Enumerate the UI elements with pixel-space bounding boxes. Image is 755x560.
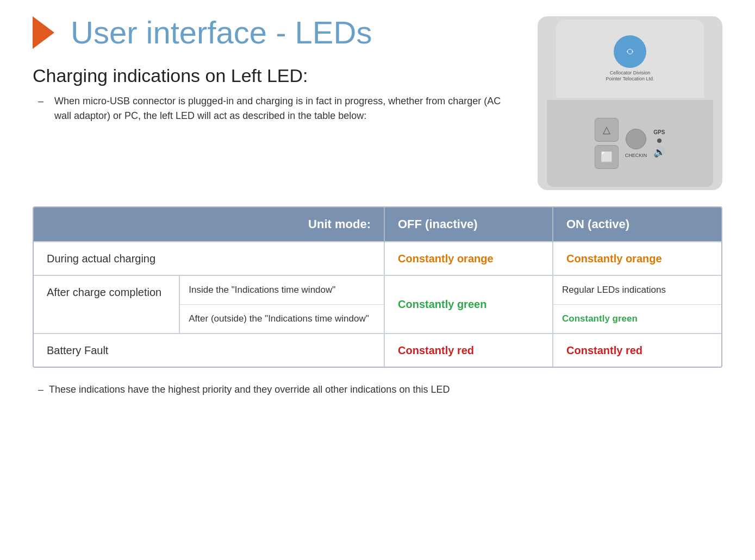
device-button-group-left: △ ⬜ [595,118,619,169]
device-checkin-label: CHECKIN [625,153,647,158]
after-on-sub2: Constantly green [553,305,721,333]
after-sub-row-2: After (outside) the "Indications time wi… [180,305,384,333]
fault-off-value: Constantly red [398,344,474,356]
device-bottom-section: △ ⬜ CHECKIN GPS 🔊 [547,100,713,187]
fault-on-value: Constantly red [566,344,642,356]
page-title: User interface - LEDs [71,17,372,48]
svg-marker-0 [33,16,54,49]
device-button-square: ⬜ [595,145,619,169]
header-off-inactive: OFF (inactive) [384,207,553,242]
device-button-group-center: CHECKIN [625,129,647,158]
cell-after-off: Constantly green [384,275,553,334]
bullet-list: When micro-USB connector is plugged-in a… [33,94,516,123]
table-wrapper: Unit mode: OFF (inactive) ON (active) Du… [33,206,722,368]
page-title-row: User interface - LEDs [33,16,516,49]
charging-on-value: Constantly orange [566,253,662,265]
header-unit-mode: Unit mode: [34,207,384,242]
chevron-icon [33,16,60,49]
header-section: User interface - LEDs Charging indicatio… [33,16,722,190]
device-logo-text: Cellocator Division Pointer Telocation L… [606,70,654,82]
row-during-charging: During actual charging Constantly orange… [34,242,721,275]
device-top-section: Cellocator Division Pointer Telocation L… [556,20,704,98]
footer-dash: – [38,384,43,395]
svg-point-2 [628,49,632,54]
after-sub-row-1: Inside the "Indications time window" [180,276,384,305]
device-button-triangle: △ [595,118,619,142]
footer-note-text: These indications have the highest prior… [49,384,450,395]
device-speaker-icon: 🔊 [653,146,665,158]
header-row: Unit mode: OFF (inactive) ON (active) [34,207,721,242]
logo-svg [619,41,641,62]
bullet-item-1: When micro-USB connector is plugged-in a… [38,94,516,123]
device-button-group-right: GPS 🔊 [653,129,665,158]
cell-fault-mode: Battery Fault [34,334,384,367]
row-battery-fault: Battery Fault Constantly red Constantly … [34,334,721,367]
cell-fault-off: Constantly red [384,334,553,367]
after-sub-inner: Inside the "Indications time window" Aft… [180,276,384,333]
header-on-active: ON (active) [553,207,721,242]
device-button-round [626,129,646,149]
device-led-dot [657,139,662,143]
cell-charging-off: Constantly orange [384,242,553,275]
device-logo-circle [614,35,646,68]
cell-after-sub-labels: Inside the "Indications time window" Aft… [179,275,384,334]
device-gps-label: GPS [653,129,665,135]
table-body: During actual charging Constantly orange… [34,242,721,367]
after-on-sub1: Regular LEDs indications [553,276,721,305]
table-header: Unit mode: OFF (inactive) ON (active) [34,207,721,242]
section-heading: Charging indications on Left LED: [33,65,516,86]
after-on-sub1-value: Regular LEDs indications [562,285,666,295]
footer-note: – These indications have the highest pri… [33,384,722,395]
cell-charging-mode: During actual charging [34,242,384,275]
led-table: Unit mode: OFF (inactive) ON (active) Du… [34,207,721,367]
after-on-sub2-value: Constantly green [562,313,638,324]
cell-charging-on: Constantly orange [553,242,721,275]
cell-fault-on: Constantly red [553,334,721,367]
device-image: Cellocator Division Pointer Telocation L… [538,16,722,190]
device-image-container: Cellocator Division Pointer Telocation L… [538,16,722,190]
device-logo-area: Cellocator Division Pointer Telocation L… [606,35,654,82]
header-left: User interface - LEDs Charging indicatio… [33,16,516,123]
charging-off-value: Constantly orange [398,253,494,265]
cell-after-mode: After charge completion [34,275,179,334]
cell-after-on: Regular LEDs indications Constantly gree… [553,275,721,334]
after-on-inner: Regular LEDs indications Constantly gree… [553,276,721,333]
row-after-charge: After charge completion Inside the "Indi… [34,275,721,334]
after-off-value: Constantly green [398,298,486,310]
